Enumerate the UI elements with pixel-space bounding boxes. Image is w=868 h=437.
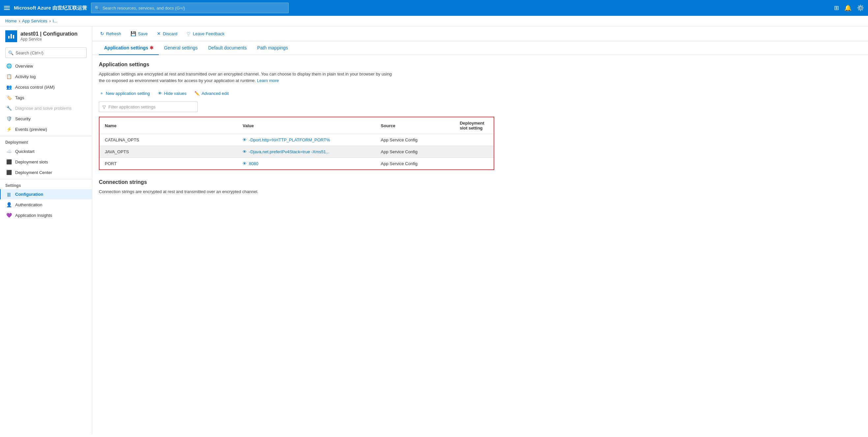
- overview-icon: 🌐: [6, 63, 12, 68]
- configuration-icon: |||: [6, 192, 12, 197]
- eye-icon-port: 👁: [243, 161, 247, 166]
- col-header-slot: Deployment slot setting: [455, 117, 494, 134]
- tab-application-settings[interactable]: Application settings ✱: [99, 41, 159, 55]
- learn-more-link[interactable]: Learn more: [257, 78, 279, 83]
- sidebar-item-diagnose[interactable]: 🔧 Diagnose and solve problems: [0, 103, 92, 113]
- sidebar-search-icon: 🔍: [8, 51, 13, 55]
- discard-button[interactable]: ✕ Discard: [156, 30, 179, 38]
- row-slot-port: [455, 158, 494, 170]
- sidebar-item-activity-log[interactable]: 📋 Activity log: [0, 71, 92, 82]
- tab-general-settings[interactable]: General settings: [159, 41, 203, 55]
- sidebar-item-app-insights[interactable]: 💜 Application Insights: [0, 210, 92, 220]
- sidebar-item-overview[interactable]: 🌐 Overview: [0, 61, 92, 71]
- row-value-catalina: 👁 -Dport.http=%HTTP_PLATFORM_PORT%: [243, 137, 370, 143]
- top-bar: Microsoft Azure 由世纪互联运营 🔍 Search resourc…: [0, 0, 868, 16]
- conn-strings-desc: Connection strings are encrypted at rest…: [99, 188, 396, 195]
- breadcrumb: Home › App Services › l...: [0, 16, 868, 26]
- sidebar-item-access-control[interactable]: 👥 Access control (IAM): [0, 82, 92, 92]
- sidebar-item-events[interactable]: ⚡ Events (preview): [0, 124, 92, 134]
- sidebar-item-tags[interactable]: 🏷️ Tags: [0, 92, 92, 103]
- tab-default-documents[interactable]: Default documents: [203, 41, 252, 55]
- discard-icon: ✕: [157, 31, 161, 36]
- table-row[interactable]: PORT 👁 8080 App Service Config: [99, 158, 494, 170]
- breadcrumb-resource[interactable]: l...: [53, 19, 57, 23]
- toolbar: ↻ Refresh 💾 Save ✕ Discard ♡ Leave Feedb…: [92, 26, 868, 41]
- security-icon: 🛡️: [6, 116, 12, 121]
- row-name-java: JAVA_OPTS: [99, 146, 237, 158]
- events-icon: ⚡: [6, 127, 12, 132]
- connection-strings-section: Connection strings Connection strings ar…: [99, 179, 861, 195]
- sidebar: atest01 | Configuration App Service 🔍 Se…: [0, 26, 92, 434]
- filter-box[interactable]: ▽ Filter application settings: [99, 101, 198, 112]
- sidebar-item-security[interactable]: 🛡️ Security: [0, 113, 92, 124]
- app-title: Microsoft Azure 由世纪互联运营: [14, 5, 87, 11]
- save-button[interactable]: 💾 Save: [129, 30, 149, 38]
- sidebar-search[interactable]: 🔍 Search (Ctrl+/): [5, 48, 87, 58]
- row-name-port: PORT: [99, 158, 237, 170]
- app-insights-icon: 💜: [6, 213, 12, 218]
- sidebar-header: atest01 | Configuration App Service: [0, 26, 92, 45]
- notifications-icon[interactable]: 🔔: [844, 4, 851, 11]
- row-value-java: 👁 -Djava.net.preferIPv4Stack=true -Xms51…: [243, 149, 370, 154]
- feedback-button[interactable]: ♡ Leave Feedback: [185, 30, 226, 38]
- table-row[interactable]: CATALINA_OPTS 👁 -Dport.http=%HTTP_PLATFO…: [99, 134, 494, 146]
- sidebar-service-type: App Service: [21, 37, 78, 41]
- breadcrumb-home[interactable]: Home: [5, 19, 17, 23]
- action-bar: ＋ New application setting 👁 Hide values …: [99, 89, 861, 98]
- tab-asterisk: ✱: [150, 45, 154, 51]
- row-source-java: App Service Config: [376, 146, 455, 158]
- sidebar-item-deployment-center[interactable]: ⬛ Deployment Center: [0, 167, 92, 178]
- app-service-icon: [5, 30, 17, 42]
- sidebar-item-quickstart[interactable]: ☁️ Quickstart: [0, 146, 92, 157]
- row-slot-catalina: [455, 134, 494, 146]
- search-icon: 🔍: [95, 6, 100, 10]
- quickstart-icon: ☁️: [6, 149, 12, 154]
- row-name-catalina: CATALINA_OPTS: [99, 134, 237, 146]
- eye-icon-java: 👁: [243, 149, 247, 154]
- hide-values-button[interactable]: 👁 Hide values: [157, 90, 187, 97]
- content-body: Application settings Application setting…: [92, 55, 868, 434]
- section-settings: Settings: [0, 179, 92, 189]
- row-slot-java: [455, 146, 494, 158]
- authentication-icon: 👤: [6, 202, 12, 207]
- conn-strings-title: Connection strings: [99, 179, 861, 185]
- sidebar-item-deployment-slots[interactable]: ⬛ Deployment slots: [0, 157, 92, 167]
- eye-icon-catalina: 👁: [243, 137, 247, 143]
- row-source-port: App Service Config: [376, 158, 455, 170]
- tabs-bar: Application settings ✱ General settings …: [92, 41, 868, 55]
- hamburger-menu[interactable]: [4, 6, 10, 10]
- app-settings-desc: Application settings are encrypted at re…: [99, 71, 396, 84]
- refresh-icon: ↻: [100, 31, 104, 36]
- sidebar-item-configuration[interactable]: ||| Configuration: [0, 189, 92, 199]
- diagnose-icon: 🔧: [6, 105, 12, 111]
- new-setting-button[interactable]: ＋ New application setting: [99, 89, 151, 98]
- add-icon: ＋: [99, 90, 104, 96]
- save-icon: 💾: [130, 31, 136, 36]
- table-row[interactable]: JAVA_OPTS 👁 -Djava.net.preferIPv4Stack=t…: [99, 146, 494, 158]
- tab-path-mappings[interactable]: Path mappings: [252, 41, 293, 55]
- content-area: ↻ Refresh 💾 Save ✕ Discard ♡ Leave Feedb…: [92, 26, 868, 434]
- deployment-slots-icon: ⬛: [6, 159, 12, 164]
- sidebar-app-name: atest01 | Configuration: [21, 31, 78, 37]
- edit-icon: ✏️: [194, 91, 200, 96]
- global-search[interactable]: 🔍 Search resources, services, and docs (…: [91, 3, 289, 13]
- settings-table: Name Value Source Deployment slot settin…: [99, 117, 494, 170]
- advanced-edit-button[interactable]: ✏️ Advanced edit: [194, 90, 229, 97]
- col-header-value: Value: [237, 117, 375, 134]
- col-header-source: Source: [376, 117, 455, 134]
- refresh-button[interactable]: ↻ Refresh: [99, 30, 123, 38]
- tags-icon: 🏷️: [6, 95, 12, 100]
- activity-log-icon: 📋: [6, 74, 12, 79]
- row-source-catalina: App Service Config: [376, 134, 455, 146]
- sidebar-item-authentication[interactable]: 👤 Authentication: [0, 199, 92, 210]
- portal-icon[interactable]: ⊞: [834, 4, 839, 11]
- access-control-icon: 👥: [6, 84, 12, 90]
- deployment-center-icon: ⬛: [6, 170, 12, 175]
- breadcrumb-app-services[interactable]: App Services: [22, 19, 48, 23]
- feedback-icon: ♡: [187, 31, 191, 36]
- hide-icon: 👁: [158, 91, 162, 96]
- filter-icon: ▽: [102, 104, 106, 110]
- section-deployment: Deployment: [0, 136, 92, 146]
- top-bar-icons: ⊞ 🔔 ⚙️: [834, 4, 864, 11]
- settings-icon[interactable]: ⚙️: [857, 4, 864, 11]
